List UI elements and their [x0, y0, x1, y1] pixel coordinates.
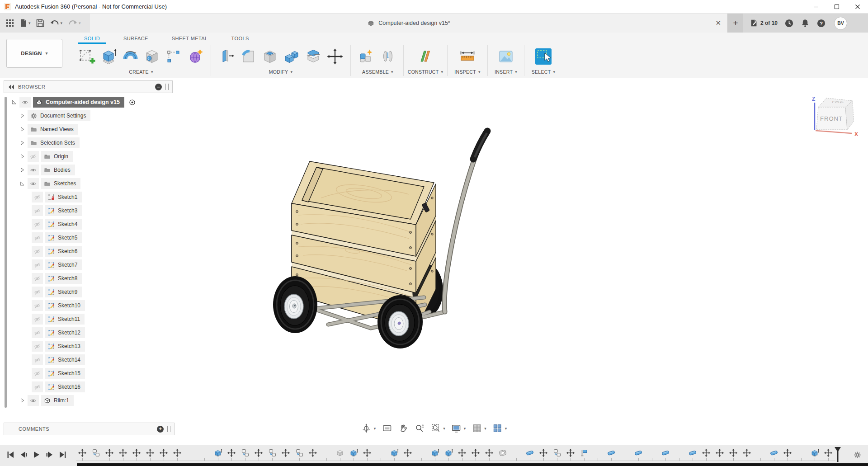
timeline-feature-move-25[interactable] — [403, 448, 412, 461]
timeline-feature-move-14[interactable] — [254, 448, 263, 461]
browser-item-sketch14[interactable]: Sketch14 — [45, 354, 85, 365]
close-button[interactable] — [847, 0, 868, 13]
visibility-off-icon[interactable] — [33, 370, 41, 377]
browser-row-sketch16[interactable]: Sketch16 — [4, 380, 173, 394]
grid-layout-button[interactable]: ▾ — [472, 423, 486, 433]
browser-item-sketch13[interactable]: Sketch13 — [45, 341, 85, 352]
browser-row-sketch15[interactable]: Sketch15 — [4, 367, 173, 380]
timeline-feature-move-48[interactable] — [715, 448, 724, 461]
activate-component-button[interactable] — [127, 98, 137, 107]
pan-button[interactable] — [398, 423, 408, 433]
zoom-button[interactable] — [414, 423, 425, 433]
shell-icon[interactable] — [261, 47, 279, 66]
visibility-off-icon[interactable] — [33, 221, 41, 228]
visibility-toggle[interactable] — [32, 327, 43, 338]
timeline-feature-pill-42[interactable] — [634, 448, 643, 461]
browser-item-sketch7[interactable]: Sketch7 — [45, 259, 82, 270]
timeline-feature-sketch-9[interactable] — [186, 448, 195, 461]
visibility-toggle[interactable] — [32, 368, 43, 379]
extrude-icon[interactable] — [99, 47, 118, 66]
redo-caret[interactable]: ▾ — [79, 21, 81, 25]
visibility-toggle[interactable] — [19, 97, 31, 108]
joint-icon[interactable] — [379, 47, 397, 66]
timeline-feature-pill-52[interactable] — [769, 448, 778, 461]
browser-row-named-views[interactable]: Named Views — [4, 122, 173, 136]
tab-sheet-metal[interactable]: SHEET METAL — [160, 33, 220, 44]
minimize-button[interactable] — [806, 0, 826, 13]
timeline-feature-move-47[interactable] — [702, 448, 711, 461]
file-menu-button[interactable]: ▾ — [17, 16, 33, 30]
timeline-skip-start-button[interactable] — [5, 449, 16, 461]
viewcube-front-label[interactable]: FRONT — [820, 115, 843, 122]
expand-open-icon[interactable] — [19, 180, 25, 187]
timeline-position-marker[interactable] — [834, 447, 842, 462]
timeline-settings-gear-icon[interactable] — [853, 451, 862, 459]
visibility-off-icon[interactable] — [33, 234, 41, 242]
visibility-off-icon[interactable] — [33, 275, 41, 282]
visibility-off-icon[interactable] — [33, 302, 41, 310]
group-label-modify[interactable]: MODIFY▾ — [269, 69, 292, 75]
comments-expand-icon[interactable]: + — [157, 426, 164, 433]
visibility-off-icon[interactable] — [33, 329, 41, 337]
browser-item-bodies[interactable]: Bodies — [41, 165, 75, 175]
browser-header[interactable]: BROWSER – — [4, 80, 173, 93]
timeline-feature-move-3[interactable] — [105, 448, 114, 461]
fit-button[interactable]: ▾ — [430, 423, 445, 433]
timeline-feature-sketch-10[interactable] — [200, 448, 209, 461]
timeline-feature-pill-34[interactable] — [525, 448, 534, 461]
timeline-feature-plane-38[interactable] — [580, 448, 589, 461]
visibility-toggle[interactable] — [28, 178, 39, 189]
group-label-construct[interactable]: CONSTRUCT▾ — [408, 69, 443, 75]
job-status-clock-icon[interactable] — [784, 19, 794, 28]
timeline-feature-move-8[interactable] — [173, 448, 182, 461]
create-form-icon[interactable] — [186, 47, 204, 66]
save-button[interactable] — [34, 16, 47, 30]
timeline-feature-extrude-28[interactable] — [444, 448, 453, 461]
timeline-feature-move-53[interactable] — [783, 448, 792, 461]
browser-row-sketch9[interactable]: Sketch9 — [4, 285, 173, 299]
tab-solid[interactable]: SOLID — [72, 33, 112, 44]
app-grid-menu-button[interactable] — [4, 16, 16, 30]
timeline-feature-move-4[interactable] — [118, 448, 127, 461]
browser-row-computer-aided-design-v15[interactable]: Computer-aided design v15 — [4, 95, 173, 109]
comments-header[interactable]: COMMENTS + — [4, 423, 175, 435]
timeline-feature-sketch-45[interactable] — [675, 448, 684, 461]
orbit-button[interactable]: ▾ — [361, 423, 376, 433]
visibility-off-icon[interactable] — [33, 315, 41, 323]
visibility-toggle[interactable] — [32, 341, 43, 352]
new-tab-button[interactable]: + — [728, 14, 743, 33]
visibility-on-icon[interactable] — [29, 397, 37, 405]
visibility-toggle[interactable] — [32, 314, 43, 325]
visibility-off-icon[interactable] — [33, 356, 41, 364]
browser-minimize-icon[interactable]: – — [155, 84, 162, 90]
timeline-skip-end-button[interactable] — [57, 449, 69, 461]
timeline-feature-move-50[interactable] — [742, 448, 751, 461]
rectangular-pattern-icon[interactable] — [165, 47, 183, 66]
display-caret[interactable]: ▾ — [464, 426, 466, 431]
visibility-on-icon[interactable] — [29, 180, 37, 188]
timeline-feature-component-17[interactable] — [295, 448, 304, 461]
timeline-feature-sketch-33[interactable] — [512, 448, 521, 461]
browser-row-sketch10[interactable]: Sketch10 — [4, 299, 173, 312]
visibility-toggle[interactable] — [32, 287, 43, 297]
visibility-toggle[interactable] — [28, 151, 39, 162]
select-tool-icon[interactable] — [534, 47, 552, 66]
timeline-feature-move-5[interactable] — [132, 448, 141, 461]
browser-row-bodies[interactable]: Bodies — [4, 163, 173, 177]
undo-caret[interactable]: ▾ — [61, 21, 63, 25]
visibility-toggle[interactable] — [32, 259, 43, 270]
help-icon[interactable]: ? — [816, 19, 826, 28]
visibility-toggle[interactable] — [32, 354, 43, 365]
timeline-feature-move-1[interactable] — [78, 448, 87, 461]
timeline-feature-move-22[interactable] — [363, 448, 372, 461]
visibility-toggle[interactable] — [32, 232, 43, 243]
timeline-feature-component-36[interactable] — [552, 448, 561, 461]
browser-row-sketch6[interactable]: Sketch6 — [4, 245, 173, 258]
tab-close-icon[interactable]: ✕ — [715, 14, 721, 33]
browser-item-sketch8[interactable]: Sketch8 — [45, 273, 82, 284]
browser-row-sketch7[interactable]: Sketch7 — [4, 258, 173, 272]
comments-drag-grip[interactable] — [167, 426, 170, 432]
group-label-select[interactable]: SELECT▾ — [532, 69, 555, 75]
split-body-icon[interactable] — [304, 47, 322, 66]
expand-closed-icon[interactable] — [19, 126, 25, 132]
